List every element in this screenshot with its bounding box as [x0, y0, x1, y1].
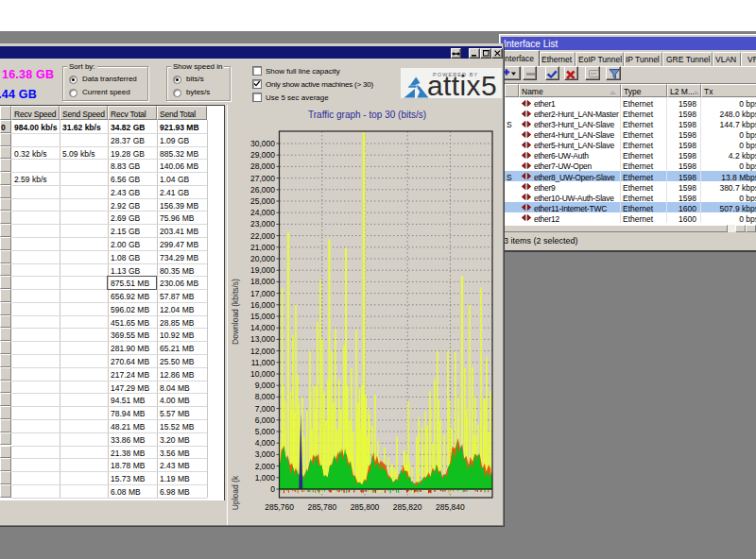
svg-text:0: 0 — [270, 484, 275, 494]
svg-text:285,760: 285,760 — [265, 502, 294, 512]
svg-text:13,000: 13,000 — [250, 334, 275, 344]
svg-text:22,000: 22,000 — [250, 231, 275, 241]
svg-text:285,780: 285,780 — [307, 502, 336, 512]
svg-text:Download (kbits/s): Download (kbits/s) — [231, 279, 240, 345]
svg-text:17,000: 17,000 — [250, 289, 275, 298]
svg-text:11,000: 11,000 — [251, 358, 276, 367]
svg-text:29,000: 29,000 — [250, 150, 275, 160]
svg-text:30,000: 30,000 — [250, 139, 275, 148]
svg-text:3,000: 3,000 — [255, 449, 276, 459]
svg-text:28,000: 28,000 — [250, 161, 275, 171]
svg-text:21,000: 21,000 — [250, 243, 275, 252]
svg-text:7,000: 7,000 — [255, 404, 276, 414]
svg-text:19,000: 19,000 — [250, 265, 275, 275]
svg-text:Upload (k: Upload (k — [231, 475, 240, 510]
svg-text:15,000: 15,000 — [250, 312, 275, 321]
svg-text:20,000: 20,000 — [250, 254, 275, 263]
svg-text:1,000: 1,000 — [255, 473, 276, 483]
svg-text:25,000: 25,000 — [250, 196, 275, 206]
svg-text:285,840: 285,840 — [436, 502, 465, 512]
svg-text:285,800: 285,800 — [351, 502, 380, 512]
svg-text:8,000: 8,000 — [255, 392, 276, 401]
svg-text:16,000: 16,000 — [250, 300, 275, 310]
svg-text:9,000: 9,000 — [255, 381, 276, 390]
svg-text:2,000: 2,000 — [255, 462, 276, 471]
svg-text:4,000: 4,000 — [255, 438, 276, 448]
svg-text:12,000: 12,000 — [250, 347, 275, 356]
svg-text:18,000: 18,000 — [250, 277, 275, 286]
svg-text:27,000: 27,000 — [250, 174, 275, 183]
svg-text:10,000: 10,000 — [250, 369, 275, 379]
svg-text:14,000: 14,000 — [250, 323, 275, 332]
svg-text:26,000: 26,000 — [250, 185, 275, 195]
svg-text:6,000: 6,000 — [255, 415, 276, 425]
svg-text:285,820: 285,820 — [393, 502, 422, 512]
svg-text:24,000: 24,000 — [250, 208, 275, 217]
svg-text:23,000: 23,000 — [250, 219, 275, 229]
svg-text:5,000: 5,000 — [255, 427, 276, 436]
